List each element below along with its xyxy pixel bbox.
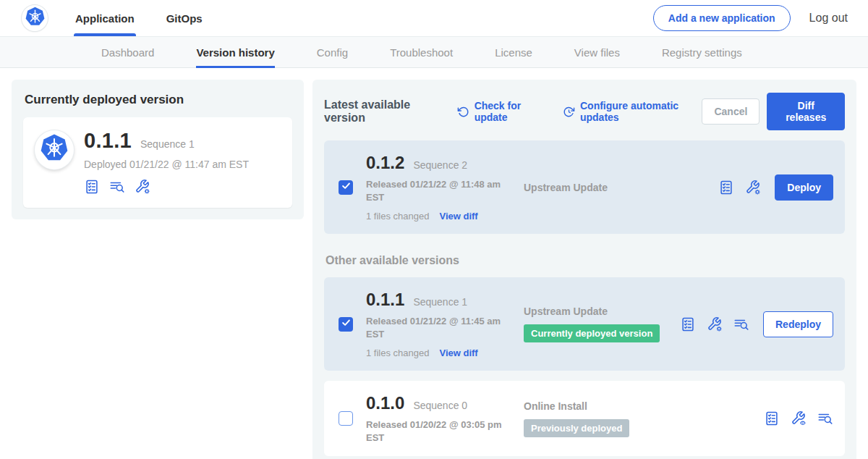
files-changed-label: 1 files changed: [366, 211, 429, 222]
view-files-icon[interactable]: [817, 410, 833, 426]
auto-update-icon: [563, 106, 575, 118]
view-diff-link[interactable]: View diff: [439, 348, 477, 358]
configure-automatic-updates-link[interactable]: Configure automatic updates: [563, 100, 702, 123]
view-files-icon[interactable]: [109, 179, 125, 195]
release-notes-icon[interactable]: [680, 316, 696, 332]
checkmark-icon: [341, 180, 352, 194]
top-nav: Application GitOps Add a new application…: [0, 0, 868, 36]
checkmark-icon: [341, 317, 352, 331]
refresh-icon: [457, 106, 469, 118]
edit-config-icon[interactable]: [707, 316, 723, 332]
view-config-icon[interactable]: [791, 410, 807, 426]
latest-version-title: Latest available version: [324, 98, 440, 125]
version-number: 0.1.0: [366, 393, 404, 413]
subtab-config[interactable]: Config: [317, 37, 348, 67]
version-number: 0.1.1: [366, 290, 404, 310]
deploy-button[interactable]: Deploy: [775, 174, 833, 201]
configure-automatic-updates-label: Configure automatic updates: [580, 100, 702, 123]
main-content: Currently deployed version 0.1.1 Sequenc…: [0, 68, 868, 459]
check-for-update-label: Check for update: [475, 100, 545, 123]
version-checkbox[interactable]: [339, 180, 353, 195]
subtab-troubleshoot[interactable]: Troubleshoot: [390, 37, 453, 67]
deployed-sequence-label: Sequence 1: [140, 138, 195, 150]
sequence-label: Sequence 1: [413, 296, 467, 308]
currently-deployed-panel: Currently deployed version 0.1.1 Sequenc…: [12, 80, 304, 219]
version-checkbox[interactable]: [339, 317, 353, 332]
sequence-label: Sequence 0: [413, 400, 467, 411]
release-notes-icon[interactable]: [84, 179, 100, 195]
subtab-dashboard[interactable]: Dashboard: [101, 37, 154, 67]
version-source-label: Online Install: [524, 400, 764, 412]
top-nav-tabs: Application GitOps: [75, 0, 203, 36]
version-history-panel: Latest available version Check for updat…: [312, 80, 856, 459]
logout-link[interactable]: Log out: [809, 12, 848, 25]
currently-deployed-badge: Currently deployed version: [524, 324, 660, 342]
subtab-view-files[interactable]: View files: [574, 37, 620, 67]
check-for-update-link[interactable]: Check for update: [457, 100, 545, 123]
released-timestamp: Released 01/20/22 @ 03:05 pm EST: [366, 418, 502, 444]
subtab-version-history[interactable]: Version history: [196, 37, 274, 67]
release-notes-icon[interactable]: [718, 180, 734, 195]
release-notes-icon[interactable]: [764, 410, 780, 426]
tab-gitops[interactable]: GitOps: [166, 0, 203, 36]
kubernetes-logo-icon: [38, 132, 70, 167]
subtab-license[interactable]: License: [495, 37, 532, 67]
app-version-logo: [35, 130, 74, 169]
redeploy-button[interactable]: Redeploy: [763, 311, 833, 337]
currently-deployed-title: Currently deployed version: [25, 93, 292, 107]
tab-application[interactable]: Application: [75, 0, 135, 36]
files-changed-label: 1 files changed: [366, 348, 429, 358]
deployed-version-card: 0.1.1 Sequence 1 Deployed 01/21/22 @ 11:…: [23, 117, 292, 208]
view-diff-link[interactable]: View diff: [439, 211, 477, 222]
version-row-0-1-2: 0.1.2 Sequence 2 Released 01/21/22 @ 11:…: [324, 140, 845, 234]
version-checkbox[interactable]: [339, 411, 353, 426]
diff-releases-button[interactable]: Diff releases: [767, 93, 845, 130]
subtab-registry-settings[interactable]: Registry settings: [662, 37, 742, 67]
cancel-button[interactable]: Cancel: [702, 98, 760, 125]
edit-config-icon[interactable]: [745, 180, 761, 195]
app-logo: [22, 5, 48, 31]
kubernetes-logo-icon: [24, 6, 46, 31]
version-row-0-1-1: 0.1.1 Sequence 1 Released 01/21/22 @ 11:…: [324, 277, 845, 371]
other-versions-title: Other available versions: [326, 254, 845, 267]
version-row-0-1-0: 0.1.0 Sequence 0 Released 01/20/22 @ 03:…: [324, 381, 845, 456]
deployed-timestamp: Deployed 01/21/22 @ 11:47 am EST: [84, 159, 249, 170]
released-timestamp: Released 01/21/22 @ 11:48 am EST: [366, 178, 502, 203]
add-application-button[interactable]: Add a new application: [653, 5, 791, 31]
version-source-label: Upstream Update: [524, 182, 718, 193]
previously-deployed-badge: Previously deployed: [524, 419, 629, 437]
version-source-label: Upstream Update: [524, 306, 680, 317]
deployed-version-number: 0.1.1: [84, 129, 132, 153]
app-sub-nav: Dashboard Version history Config Trouble…: [0, 36, 868, 68]
sequence-label: Sequence 2: [413, 159, 467, 171]
view-files-icon[interactable]: [733, 316, 749, 332]
edit-config-icon[interactable]: [135, 179, 150, 195]
version-number: 0.1.2: [366, 153, 404, 173]
released-timestamp: Released 01/21/22 @ 11:45 am EST: [366, 315, 502, 340]
